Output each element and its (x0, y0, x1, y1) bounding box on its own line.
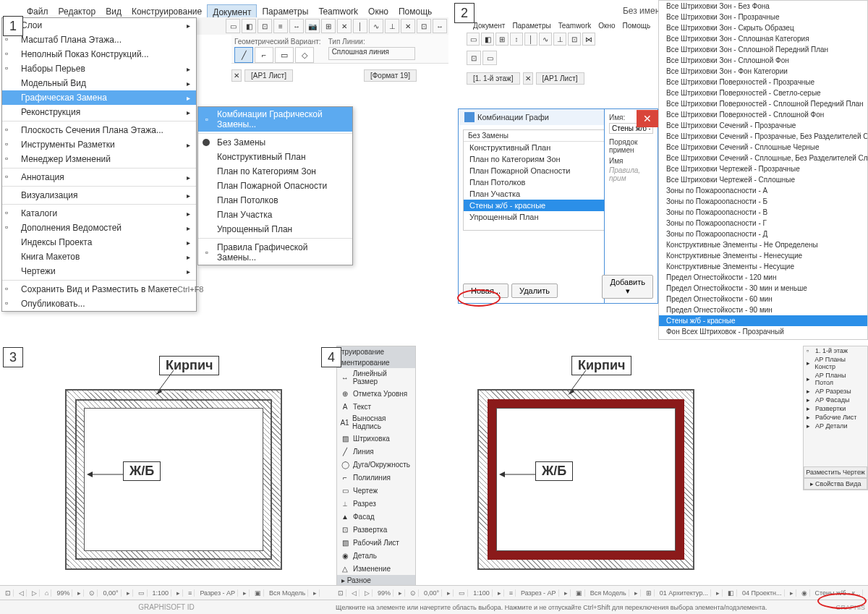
menu-item[interactable]: ▫Наборы Перьев (2, 61, 196, 76)
palette-tool[interactable]: A1Выносная Надпись (337, 413, 415, 432)
nav-item[interactable]: ▸АР Фасады (804, 396, 867, 404)
sb-view-btn[interactable]: ≡ (186, 589, 195, 597)
palette-tool[interactable]: ⊡Развертка (337, 523, 415, 536)
palette-tool[interactable]: ▧Рабочий Лист (337, 536, 415, 549)
tool-icon-9[interactable]: │ (353, 19, 367, 33)
p2-tool2-1[interactable]: ⊡ (467, 51, 481, 65)
tool-icon-4[interactable]: ≡ (273, 19, 288, 33)
palette-header-document[interactable]: ментирование (337, 357, 415, 368)
palette-tool[interactable]: △Изменение (337, 562, 415, 575)
sb-back[interactable]: ◁ (17, 589, 27, 597)
rule-item[interactable]: Предел Огнестойкости - 30 мин и меньше (659, 283, 867, 294)
tool-icon-10[interactable]: ∿ (369, 19, 383, 33)
sb-fwd[interactable]: ▷ (30, 589, 40, 597)
tool-icon-1[interactable]: ▭ (226, 19, 240, 33)
submenu-item[interactable]: Упрощенный План (198, 222, 352, 236)
rule-item[interactable]: Зоны по Пожароопасности - Г (659, 218, 867, 229)
camera-icon[interactable]: 📷 (305, 19, 320, 33)
rule-item[interactable]: Все Штриховки Поверхностей - Сплошной Пе… (659, 98, 867, 109)
nav-item[interactable]: ▸АР Детали (804, 422, 867, 430)
sb-model-icon[interactable]: ▣ (252, 589, 264, 597)
menu-item[interactable]: ▫Масштаб Плана Этажа... (2, 33, 196, 47)
p2-menu-window[interactable]: Окно (595, 20, 618, 31)
p2-tool-7[interactable]: ⊥ (553, 33, 566, 46)
palette-tool[interactable]: ⟂Разрез (337, 497, 415, 510)
rule-item[interactable]: Предел Огнестойкости - 90 мин (659, 304, 867, 315)
line-type-select[interactable]: Сплошная линия (328, 47, 415, 60)
view-props-button[interactable]: ▸ Свойства Вида (804, 478, 867, 490)
rule-item[interactable]: Конструктивные Элементы - Несущие (659, 261, 867, 272)
line-option-rotated[interactable]: ◇ (295, 47, 314, 63)
menu-item[interactable]: ▫Плоскость Сечения Плана Этажа... (2, 123, 196, 137)
rule-item[interactable]: Все Штриховки Чертежей - Прозрачные (659, 163, 867, 174)
rule-item[interactable]: Зоны по Пожароопасности - Б (659, 196, 867, 207)
rule-item[interactable]: Все Штриховки Сечений - Прозрачные (659, 120, 867, 131)
tab-ap1[interactable]: [АР1 Лист] (244, 69, 293, 82)
delete-button[interactable]: Удалить (511, 283, 558, 298)
p2-menu-params[interactable]: Параметры (509, 20, 554, 31)
nav-item[interactable]: ▸АР Планы Констр (804, 355, 867, 371)
sb2-view[interactable]: Разрез - АР (519, 589, 559, 597)
tool-icon-12[interactable]: ✕ (401, 19, 415, 33)
sb2-fwd[interactable]: ▷ (362, 589, 373, 597)
p2-tool-4[interactable]: ↕ (510, 33, 523, 46)
rule-item[interactable]: Зоны по Пожароопасности - Д (659, 229, 867, 239)
sb-rotate[interactable]: 0,00° (101, 589, 121, 597)
rule-item[interactable]: Зоны по Пожароопасности - А (659, 185, 867, 196)
submenu-item[interactable]: План Потолков (198, 193, 352, 208)
sb-zoom[interactable]: 99% (54, 589, 72, 597)
sb-home[interactable]: ⌂ (43, 589, 51, 597)
p2-tool2-2[interactable]: ▭ (482, 51, 497, 65)
nav-item[interactable]: ▸АР Планы Потол (804, 371, 867, 387)
nav-item[interactable]: ▸Развертки (804, 404, 867, 413)
palette-tool[interactable]: ◯Дуга/Окружность (337, 458, 415, 471)
submenu-item[interactable]: Конструктивный План (198, 150, 352, 164)
menu-item[interactable]: ▫Опубликовать... (2, 297, 196, 311)
palette-tool[interactable]: ▲Фасад (337, 510, 415, 523)
p2-tool-2[interactable]: ◧ (481, 33, 494, 46)
p2-tool-6[interactable]: ∿ (539, 33, 552, 46)
rule-item[interactable]: Все Штриховки Зон - Прозрачные (659, 12, 867, 22)
menu-item[interactable]: Книга Макетов (2, 250, 196, 264)
p2-menu-document[interactable]: Документ (469, 20, 509, 31)
sb2-override[interactable]: Стены ж/б - к... (813, 589, 864, 597)
nav-item[interactable]: ▸АР Разрезы (804, 387, 867, 396)
p2-tool-3[interactable]: ⊞ (495, 33, 509, 46)
rule-item[interactable]: Фон Всех Штриховок - Фон Окна (659, 337, 867, 340)
palette-tool[interactable]: ⊕Отметка Уровня (337, 387, 415, 400)
menu-item[interactable]: ▫Неполный Показ Конструкций... (2, 47, 196, 61)
menu-item[interactable]: ▫Аннотация (2, 170, 196, 184)
menu-item[interactable]: Индексы Проекта (2, 235, 196, 250)
tab-close[interactable]: ✕ (231, 69, 242, 82)
sb-scale-icon[interactable]: ▭ (136, 589, 148, 597)
p2-menu-teamwork[interactable]: Teamwork (555, 20, 595, 31)
sb2-proj[interactable]: 04 Проектн... (740, 589, 785, 597)
palette-header-construct[interactable]: труирование (337, 346, 415, 357)
rule-item[interactable]: Все Штриховки Поверхностей - Сплошной Фо… (659, 109, 867, 120)
sb-view[interactable]: Разрез - АР (197, 589, 238, 597)
rule-item[interactable]: Стены ж/б - красные (659, 315, 867, 326)
submenu-item[interactable]: План Пожарной Опасности (198, 179, 352, 193)
nav-item[interactable]: ▫1. 1-й этаж (804, 346, 867, 355)
rule-item[interactable]: Зоны по Пожароопасности - В (659, 207, 867, 218)
sb2-model[interactable]: Вся Модель (588, 589, 629, 597)
line-option-step[interactable]: ⌐ (255, 47, 273, 63)
tab-format19[interactable]: [Формат 19] (364, 69, 417, 82)
line-option-straight[interactable]: ╱ (234, 47, 253, 63)
submenu-item[interactable]: ▫Правила Графической Замены... (198, 240, 352, 265)
sb-model[interactable]: Вся Модель (267, 589, 308, 597)
sb2-scale[interactable]: 1:100 (471, 589, 493, 597)
menu-item[interactable]: ▫Дополнения Ведомостей (2, 221, 196, 235)
tool-icon-13[interactable]: ⊡ (417, 19, 431, 33)
tool-icon-14[interactable]: ↔ (433, 19, 447, 33)
menu-item[interactable]: Слои (2, 18, 196, 33)
place-drawing-button[interactable]: Разместить Чертеж (804, 466, 867, 478)
rule-item[interactable]: Все Штриховки Сечений - Сплошные, Без Ра… (659, 153, 867, 163)
rule-item[interactable]: Все Штриховки Поверхностей - Светло-серы… (659, 88, 867, 98)
menu-item[interactable]: ▫Менеджер Изменений (2, 152, 196, 166)
rule-item[interactable]: Все Штриховки Сечений - Сплошные Черные (659, 142, 867, 153)
submenu-item[interactable]: Без Замены (198, 135, 352, 150)
tool-icon-8[interactable]: ✕ (337, 19, 352, 33)
sb2-back[interactable]: ◁ (349, 589, 359, 597)
sb2-nav[interactable]: ⊡ (336, 589, 346, 597)
